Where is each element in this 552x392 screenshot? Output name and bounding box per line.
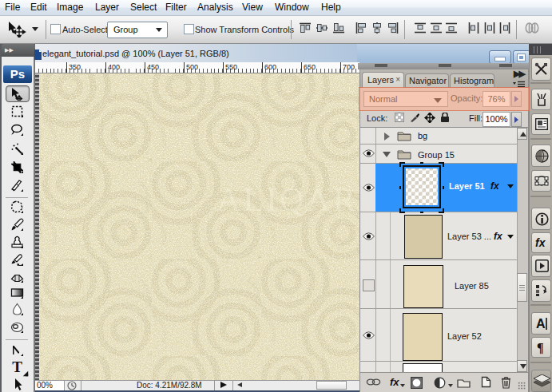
svg-text:ALIQARI: ALIQARI [216, 181, 359, 218]
svg-text:A: A [536, 317, 546, 331]
svg-text:¶: ¶ [537, 341, 544, 354]
